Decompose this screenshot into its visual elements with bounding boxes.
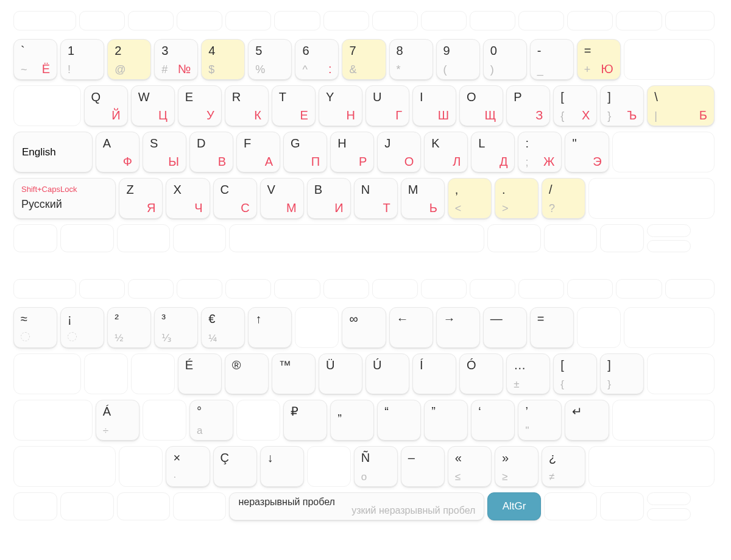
key[interactable]: = <box>530 307 574 348</box>
key[interactable]: [{Х <box>553 85 597 126</box>
key[interactable]: °a <box>189 400 233 441</box>
key-label: ² <box>115 313 119 325</box>
key[interactable]: Ç <box>213 446 257 487</box>
key[interactable]: Ó <box>459 353 503 394</box>
caps-lock-key[interactable]: English <box>13 132 93 172</box>
key[interactable]: ×· <box>166 446 210 487</box>
key[interactable]: PЗ <box>506 85 550 126</box>
key[interactable]: ]} <box>600 353 644 394</box>
key[interactable]: =+Ю <box>577 39 621 80</box>
key[interactable]: – <box>401 446 445 487</box>
key[interactable]: YН <box>319 85 362 126</box>
key-placeholder <box>143 400 186 441</box>
key[interactable]: ↵ <box>565 400 609 441</box>
key[interactable]: Ú <box>366 353 409 394</box>
key[interactable]: 1! <box>60 39 104 80</box>
key[interactable]: »≥ <box>495 446 539 487</box>
key[interactable]: ® <box>225 353 269 394</box>
key[interactable]: “ <box>377 400 421 441</box>
key[interactable]: ₽ <box>283 400 327 441</box>
key-label: - <box>537 44 542 57</box>
key[interactable]: Ño <box>354 446 398 487</box>
key[interactable]: JО <box>377 132 421 172</box>
key[interactable]: [{ <box>553 353 597 394</box>
key[interactable]: ZЯ <box>119 178 163 219</box>
key[interactable]: ∞ <box>342 307 386 348</box>
qwerty-row-2: Á÷°a₽„“”‘’"↵ <box>13 400 718 441</box>
key[interactable]: :;Ж <box>518 132 562 172</box>
space-key[interactable]: неразрывный пробелузкий неразрывный проб… <box>229 492 484 520</box>
key[interactable]: EУ <box>178 85 222 126</box>
key[interactable]: ¿≠ <box>542 446 585 487</box>
key[interactable]: 3#№ <box>154 39 198 80</box>
key[interactable]: ³⅓ <box>154 307 198 348</box>
key[interactable]: Í <box>412 353 456 394</box>
key[interactable]: ’" <box>518 400 562 441</box>
key[interactable]: ← <box>389 307 433 348</box>
key-placeholder <box>372 279 418 299</box>
key-placeholder <box>567 279 613 299</box>
key[interactable]: ‘ <box>471 400 515 441</box>
key[interactable]: TЕ <box>272 85 316 126</box>
key[interactable]: CС <box>213 178 257 219</box>
key[interactable]: 7& <box>342 39 386 80</box>
key[interactable]: HР <box>330 132 374 172</box>
qwerty-row-3: ×·Ç↓Ño–«≤»≥¿≠ <box>13 446 718 487</box>
key[interactable]: `~Ё <box>13 39 57 80</box>
key[interactable]: \|Б <box>647 85 715 126</box>
key[interactable]: "Э <box>565 132 609 172</box>
key[interactable]: SЫ <box>143 132 186 172</box>
key[interactable]: XЧ <box>166 178 210 219</box>
key[interactable]: AФ <box>96 132 139 172</box>
key[interactable]: 6^: <box>295 39 339 80</box>
left-shift-key[interactable]: Shift+CapsLockРусский <box>13 178 116 219</box>
key[interactable]: KЛ <box>424 132 468 172</box>
key[interactable]: „ <box>330 400 374 441</box>
key[interactable]: ,< <box>448 178 492 219</box>
key[interactable]: 5% <box>248 39 292 80</box>
key[interactable]: €¼ <box>201 307 245 348</box>
key[interactable]: GП <box>283 132 327 172</box>
key[interactable]: ]}Ъ <box>600 85 644 126</box>
key[interactable]: QЙ <box>84 85 128 126</box>
key[interactable]: 9( <box>436 39 480 80</box>
key[interactable]: → <box>436 307 480 348</box>
key[interactable]: 4$ <box>201 39 245 80</box>
key[interactable]: WЦ <box>131 85 175 126</box>
key[interactable]: NТ <box>354 178 398 219</box>
key[interactable]: RК <box>225 85 269 126</box>
key[interactable]: MЬ <box>401 178 445 219</box>
key-placeholder <box>13 224 57 252</box>
key[interactable]: ™ <box>272 353 316 394</box>
key[interactable]: Ü <box>319 353 362 394</box>
key[interactable]: 2@ <box>107 39 151 80</box>
key-label: ± <box>514 379 519 389</box>
key[interactable]: 0) <box>483 39 527 80</box>
key[interactable]: FА <box>236 132 280 172</box>
key[interactable]: ≈ <box>13 307 57 348</box>
key[interactable]: 8* <box>389 39 433 80</box>
key[interactable]: IШ <box>412 85 456 126</box>
key[interactable]: -_ <box>530 39 574 80</box>
key[interactable]: OЩ <box>459 85 503 126</box>
key[interactable]: É <box>178 353 222 394</box>
altgr-key[interactable]: AltGr <box>487 492 540 520</box>
key[interactable]: — <box>483 307 527 348</box>
key[interactable]: ↑ <box>248 307 292 348</box>
key[interactable]: LД <box>471 132 515 172</box>
key[interactable]: BИ <box>307 178 351 219</box>
key[interactable]: .> <box>495 178 539 219</box>
key[interactable]: …± <box>506 353 550 394</box>
key[interactable]: «≤ <box>448 446 492 487</box>
key-label: ° <box>197 405 202 417</box>
key[interactable]: Á÷ <box>96 400 139 441</box>
key[interactable]: ” <box>424 400 468 441</box>
key[interactable]: ²½ <box>107 307 151 348</box>
key[interactable]: DВ <box>189 132 233 172</box>
key[interactable]: VМ <box>260 178 304 219</box>
key[interactable]: /? <box>542 178 585 219</box>
key[interactable]: UГ <box>366 85 409 126</box>
key-label: ↓ <box>267 452 274 464</box>
key[interactable]: ¡ <box>60 307 104 348</box>
key[interactable]: ↓ <box>260 446 304 487</box>
